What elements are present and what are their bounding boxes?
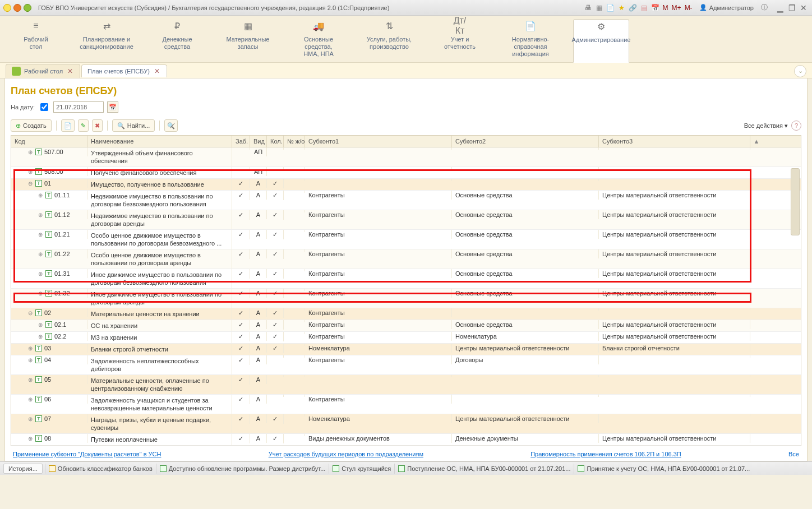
status-item[interactable]: Принятие к учету ОС, НМА, НПА БУ00-00000…	[574, 464, 753, 474]
expand-icon[interactable]: ⊕	[27, 396, 33, 402]
calendar-icon[interactable]: 📅	[650, 3, 661, 13]
table-row[interactable]: ⊕T01.12Недвижимое имущество в пользовани…	[11, 210, 801, 230]
m-minus-btn[interactable]: M-	[684, 4, 694, 12]
ribbon-item-7[interactable]: 📄Нормативно-справочнаяинформация	[502, 19, 559, 62]
expand-icon[interactable]: ⊕	[27, 357, 33, 363]
link-all[interactable]: Все	[788, 451, 799, 457]
expand-icon[interactable]: ⊕	[27, 345, 33, 351]
status-item[interactable]: Стул крутящийся	[329, 464, 394, 474]
status-item[interactable]: Доступно обновление программы. Размер ди…	[156, 464, 329, 474]
expand-icon[interactable]: ⊖	[27, 310, 33, 316]
expand-icon[interactable]: ⊕	[37, 232, 43, 238]
expand-icon[interactable]: ⊕	[37, 271, 43, 277]
all-actions-button[interactable]: Все действия ▾	[744, 122, 788, 129]
expand-icon[interactable]: ⊕	[37, 322, 43, 328]
table-row[interactable]: ⊕T05Материальные ценности, оплаченные по…	[11, 375, 801, 395]
status-item[interactable]: Поступление ОС, НМА, НПА БУ00-000001 от …	[394, 464, 574, 474]
doc-icon[interactable]: 📄	[606, 3, 616, 13]
expand-icon[interactable]: ⊕	[27, 416, 33, 422]
ribbon-item-1[interactable]: ⇄Планирование исанкционирование	[79, 19, 135, 62]
col-name[interactable]: Наименование	[87, 136, 232, 147]
col-code[interactable]: Код	[11, 136, 87, 147]
tabbar-more-icon[interactable]: ⌄	[794, 65, 806, 77]
expand-icon[interactable]: ⊕	[27, 149, 33, 155]
status-item[interactable]: Обновить классификатор банков	[45, 464, 156, 474]
grid-icon[interactable]: ▦	[594, 3, 605, 13]
expand-icon[interactable]: ⊕	[27, 436, 33, 442]
expand-icon[interactable]: ⊕	[37, 290, 43, 297]
star-icon[interactable]: ★	[617, 3, 627, 13]
table-row[interactable]: ⊕T07Награды, призы, кубки и ценные подар…	[11, 414, 801, 434]
ribbon-item-8[interactable]: ⚙Администрирование	[573, 19, 629, 63]
col-zab[interactable]: Заб.	[232, 136, 250, 147]
tab-plan-accounts[interactable]: План счетов (ЕПСБУ) ✕	[81, 64, 167, 77]
create-button[interactable]: ⊕Создать	[11, 119, 52, 132]
link-accounts-106[interactable]: Правомерность применения счетов 106.2П и…	[530, 451, 681, 457]
expand-icon[interactable]: ⊕	[27, 377, 33, 383]
table-row[interactable]: ⊖T02Материальные ценности на хранении✓А✓…	[11, 308, 801, 320]
ribbon-item-5[interactable]: ⇅Услуги, работы,производство	[361, 19, 417, 62]
help-icon[interactable]: ?	[791, 121, 801, 131]
m-btn[interactable]: M	[662, 4, 670, 12]
table-row[interactable]: ⊕T09Запасные части к транспортным средст…	[11, 446, 801, 446]
restore-icon[interactable]: ❐	[787, 3, 797, 13]
cancel-find-button[interactable]: 🔍̸	[164, 119, 178, 132]
info-icon[interactable]: ⓘ	[759, 3, 769, 13]
date-checkbox[interactable]	[40, 103, 48, 111]
expand-icon[interactable]: ⊖	[27, 181, 33, 187]
table-row[interactable]: ⊕T02.2МЗ на хранении✓А✓КонтрагентыНоменк…	[11, 332, 801, 344]
table-row[interactable]: ⊕T01.11Недвижимое имущество в пользовани…	[11, 191, 801, 210]
table-row[interactable]: ⊕T01.31Иное движимое имущество в пользов…	[11, 269, 801, 289]
scroll-up-icon[interactable]: ▲	[750, 136, 763, 147]
print-icon[interactable]: 🖶	[583, 3, 593, 13]
table-row[interactable]: ⊕T507.00Утвержденный объем финансового о…	[11, 147, 801, 167]
ribbon-item-6[interactable]: Дт/КтУчет иотчетность	[432, 19, 488, 62]
find-button[interactable]: 🔍Найти...	[112, 119, 155, 132]
table-row[interactable]: ⊕T06Задолженность учащихся и студентов з…	[11, 395, 801, 414]
table-row[interactable]: ⊖T01Имущество, полученное в пользование✓…	[11, 179, 801, 191]
col-kol[interactable]: Кол.	[267, 136, 284, 147]
scrollbar[interactable]	[790, 146, 801, 446]
col-sc1[interactable]: Субконто1	[305, 136, 452, 147]
link-future-expenses[interactable]: Учет расходов будущих периодов по подраз…	[269, 451, 423, 457]
table-row[interactable]: ⊕T508.00Получено финансового обеспечения…	[11, 167, 801, 179]
window-btn-2[interactable]	[24, 4, 31, 12]
window-btn-1[interactable]	[13, 4, 21, 12]
ribbon-item-4[interactable]: 🚚Основные средства,НМА, НПА	[290, 19, 347, 62]
expand-icon[interactable]: ⊕	[37, 212, 43, 218]
ribbon-item-0[interactable]: ≡Рабочийстол	[8, 19, 64, 62]
table-row[interactable]: ⊕T03Бланки строгой отчетности✓А✓Номенкла…	[11, 344, 801, 355]
table-body[interactable]: ⊕T507.00Утвержденный объем финансового о…	[11, 147, 801, 446]
expand-icon[interactable]: ⊕	[37, 192, 43, 198]
table-row[interactable]: ⊕T02.1ОС на хранении✓А✓КонтрагентыОсновн…	[11, 320, 801, 332]
table-row[interactable]: ⊕T01.22Особо ценное движимое имущество в…	[11, 249, 801, 269]
expand-icon[interactable]: ⊕	[37, 334, 43, 340]
edit-button[interactable]: ✎	[78, 119, 89, 132]
scroll-thumb[interactable]	[791, 168, 800, 235]
m-plus-btn[interactable]: M+	[671, 4, 682, 12]
date-input[interactable]: 21.07.2018	[53, 101, 104, 113]
table-row[interactable]: ⊕T08Путевки неоплаченные✓А✓Виды денежных…	[11, 434, 801, 446]
link-icon[interactable]: 🔗	[628, 3, 638, 13]
ribbon-item-3[interactable]: ▦Материальныезапасы	[220, 19, 276, 62]
history-button[interactable]: История...	[3, 464, 43, 474]
user-label[interactable]: 👤 Администратор	[696, 4, 757, 11]
col-sc2[interactable]: Субконто2	[452, 136, 599, 147]
minimize-icon[interactable]: ▁	[775, 3, 785, 13]
ribbon-item-2[interactable]: ₽Денежныесредства	[149, 19, 205, 62]
close-icon[interactable]: ✕	[799, 3, 809, 13]
copy-button[interactable]: 📄	[61, 119, 75, 132]
col-sc3[interactable]: Субконто3	[599, 136, 750, 147]
delete-button[interactable]: ✖	[92, 119, 103, 132]
col-vid[interactable]: Вид	[250, 136, 267, 147]
expand-icon[interactable]: ⊕	[37, 251, 43, 257]
table-row[interactable]: ⊕T01.21Особо ценное движимое имущество в…	[11, 230, 801, 249]
link-usn[interactable]: Применение субконто "Документы расчетов"…	[13, 451, 161, 457]
expand-icon[interactable]: ⊕	[27, 169, 33, 175]
col-jo[interactable]: № ж/о	[284, 136, 305, 147]
tab-close-icon[interactable]: ✕	[66, 67, 74, 75]
tab-close-icon[interactable]: ✕	[153, 67, 161, 75]
table-row[interactable]: ⊕T01.32Иное движимое имущество в пользов…	[11, 289, 801, 308]
table-row[interactable]: ⊕T04Задолженность неплатежеспособных деб…	[11, 355, 801, 375]
calendar-button-icon[interactable]: 📅	[107, 101, 118, 113]
